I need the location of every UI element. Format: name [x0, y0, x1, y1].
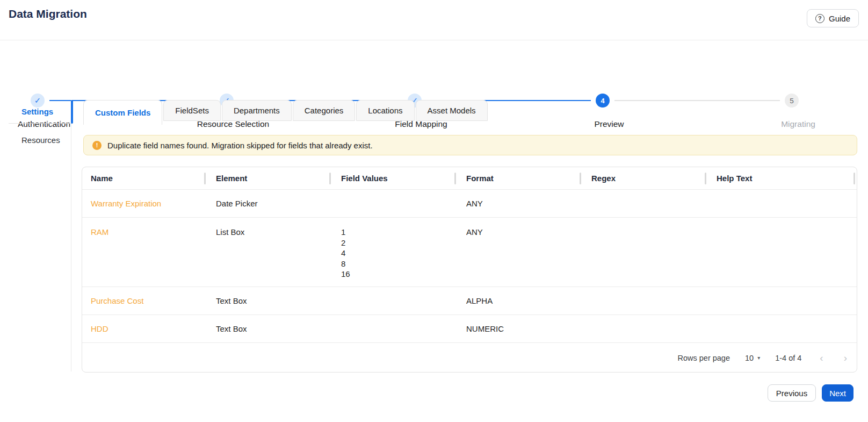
name-cell: Warranty Expiration: [82, 198, 207, 209]
column-resize-handle[interactable]: [853, 173, 855, 184]
name-cell: Purchase Cost: [82, 296, 207, 306]
column-resize-handle[interactable]: [580, 173, 581, 184]
element-cell: Date Picker: [207, 198, 332, 209]
column-header-label: Regex: [591, 174, 616, 183]
sidebar-item-resources[interactable]: Resources: [9, 128, 71, 152]
column-header-label: Field Values: [341, 174, 388, 183]
field-value-item: 4: [341, 248, 458, 259]
rows-per-page-select[interactable]: 10 ▾: [745, 354, 760, 362]
sidebar-item-label: Settings: [21, 107, 53, 116]
column-header-regex: Regex: [583, 167, 708, 189]
rows-per-page-label: Rows per page: [677, 354, 730, 362]
format-cell: ALPHA: [458, 296, 583, 306]
column-header-element: Element: [207, 167, 332, 189]
help-text-cell: [708, 218, 857, 227]
format-cell: NUMERIC: [458, 324, 583, 334]
step-4-label: Preview: [594, 119, 624, 129]
column-resize-handle[interactable]: [204, 173, 206, 184]
table-row: Purchase Cost Text Box ALPHA: [82, 287, 857, 315]
chevron-left-icon[interactable]: ‹: [820, 353, 823, 363]
step-4-circle: 4: [596, 94, 610, 108]
sidebar-item-label: Resources: [21, 135, 60, 145]
column-header-field-values: Field Values: [332, 167, 458, 189]
guide-button-label: Guide: [829, 14, 850, 23]
column-resize-handle[interactable]: [454, 173, 456, 184]
dropdown-arrow-icon: ▾: [757, 355, 760, 361]
warning-icon: !: [92, 141, 102, 150]
step-5-circle: 5: [785, 94, 799, 108]
custom-fields-table: Name Element Field Values Format Regex H…: [82, 167, 857, 373]
field-name-link[interactable]: RAM: [91, 227, 108, 237]
field-name-link[interactable]: Purchase Cost: [91, 296, 143, 305]
tab-asset-models[interactable]: Asset Models: [416, 100, 488, 121]
tab-locations[interactable]: Locations: [356, 100, 414, 121]
guide-button[interactable]: ? Guide: [807, 9, 859, 27]
field-value-item: 16: [341, 269, 458, 280]
help-circle-icon: ?: [815, 14, 824, 23]
column-header-help-text: Help Text: [708, 167, 857, 189]
step-4-number: 4: [601, 97, 604, 105]
rows-per-page-value: 10: [745, 354, 754, 362]
warning-text: Duplicate field names found. Migration s…: [107, 141, 373, 150]
pagination-range: 1-4 of 4: [775, 354, 801, 362]
column-header-label: Format: [466, 174, 494, 183]
field-name-link[interactable]: Warranty Expiration: [91, 199, 161, 208]
sidebar-item-settings[interactable]: Settings: [9, 100, 71, 124]
format-cell: ANY: [458, 218, 583, 238]
tab-categories[interactable]: Categories: [293, 100, 356, 121]
page-title: Data Migration: [9, 8, 87, 20]
table-row: HDD Text Box NUMERIC: [82, 315, 857, 343]
step-5-number: 5: [790, 97, 794, 105]
table-header-row: Name Element Field Values Format Regex H…: [82, 167, 857, 190]
table-row: RAM List Box 1 2 4 8 16 ANY: [82, 218, 857, 287]
name-cell: RAM: [82, 218, 207, 238]
element-cell: Text Box: [207, 324, 332, 334]
chevron-right-icon[interactable]: ›: [844, 353, 847, 363]
field-name-link[interactable]: HDD: [91, 324, 108, 333]
field-value-item: 1: [341, 227, 458, 238]
stepper: ✓ ✓ ✓ 4 5 Authentication Resource Select…: [0, 40, 868, 94]
field-value-item: 8: [341, 259, 458, 269]
column-resize-handle[interactable]: [705, 173, 706, 184]
warning-banner: ! Duplicate field names found. Migration…: [83, 135, 857, 155]
table-pagination: Rows per page 10 ▾ 1-4 of 4 ‹ ›: [82, 343, 857, 373]
footer-actions: Previous Next: [768, 384, 853, 402]
stepper-connector-4: [614, 100, 780, 101]
column-header-label: Name: [91, 174, 113, 183]
table-row: Warranty Expiration Date Picker ANY: [82, 190, 857, 218]
column-header-label: Help Text: [717, 174, 752, 183]
column-header-label: Element: [216, 174, 247, 183]
regex-cell: [583, 218, 708, 227]
step-5-label: Migrating: [781, 119, 815, 129]
column-header-name: Name: [82, 167, 207, 189]
field-value-item: 2: [341, 238, 458, 248]
next-button[interactable]: Next: [822, 384, 853, 402]
column-header-format: Format: [458, 167, 583, 189]
previous-button[interactable]: Previous: [768, 384, 816, 402]
format-cell: ANY: [458, 198, 583, 209]
tab-fieldsets[interactable]: FieldSets: [163, 100, 221, 121]
tab-bar: Custom Fields FieldSets Departments Cate…: [83, 100, 488, 125]
element-cell: Text Box: [207, 296, 332, 306]
pager: ‹ ›: [820, 353, 847, 363]
field-values-cell: 1 2 4 8 16: [332, 218, 458, 280]
column-resize-handle[interactable]: [329, 173, 331, 184]
active-item-indicator: [71, 100, 73, 124]
element-cell: List Box: [207, 218, 332, 238]
tab-departments[interactable]: Departments: [222, 100, 292, 121]
tab-custom-fields[interactable]: Custom Fields: [83, 100, 162, 125]
name-cell: HDD: [82, 324, 207, 334]
